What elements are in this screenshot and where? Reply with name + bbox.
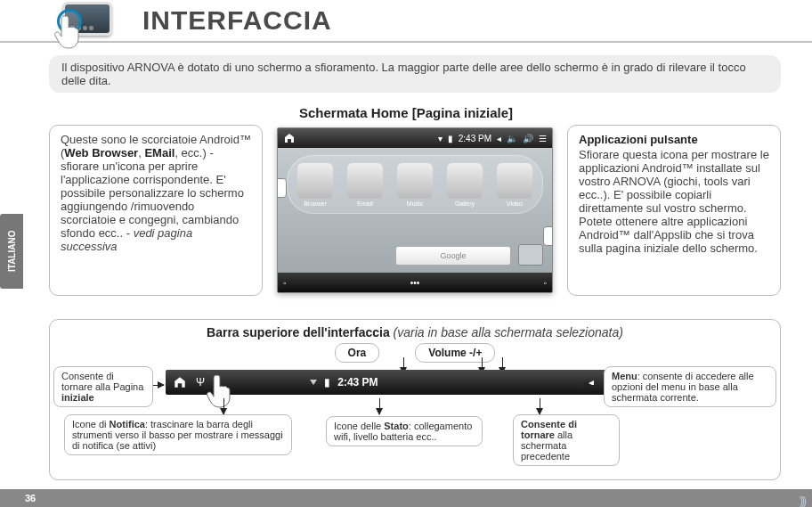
text-bold: Web Browser bbox=[64, 146, 138, 159]
app-shortcut: Browser bbox=[294, 163, 337, 207]
page-title: INTERFACCIA bbox=[142, 5, 332, 36]
app-shortcut: Video bbox=[493, 163, 536, 207]
wifi-icon bbox=[310, 380, 317, 385]
app-shortcut: Email bbox=[344, 163, 386, 207]
app-label: Music bbox=[394, 200, 436, 207]
battery-icon: ▮ bbox=[324, 376, 330, 388]
text-bold: Notifica bbox=[110, 419, 145, 429]
text: Consente di tornare alla Pagina bbox=[61, 371, 143, 392]
back-icon: ◂ bbox=[497, 134, 501, 143]
intro-text-box: Il dispositivo ARNOVA è dotato di uno sc… bbox=[49, 55, 781, 93]
home-icon bbox=[283, 132, 296, 144]
volume-pill: Volume -/+ bbox=[415, 343, 495, 363]
arrow-down-icon bbox=[223, 398, 224, 414]
header-bar: INTERFACCIA bbox=[0, 0, 812, 43]
text: Icone delle bbox=[334, 421, 384, 431]
home-screen-heading: Schermata Home [Pagina iniziale] bbox=[0, 105, 812, 120]
clock-text: 2:43 PM bbox=[337, 376, 378, 388]
app-label: Browser bbox=[294, 200, 337, 207]
text-bold: Barra superiore dell'interfaccia bbox=[207, 325, 390, 339]
home-icon bbox=[173, 375, 187, 389]
text-italic: (varia in base alla schermata selezionat… bbox=[390, 325, 623, 339]
text: Icone di bbox=[72, 419, 110, 429]
mid-row: Queste sono le scorciatoie Android™ (Web… bbox=[49, 125, 781, 296]
menu-icon: ☰ bbox=[539, 134, 547, 143]
pill-labels-row: Ora Volume -/+ bbox=[59, 343, 771, 363]
text-bold: Menu bbox=[612, 371, 637, 381]
apps-shortcut-row: Browser Email Music Gallery Video bbox=[287, 155, 543, 214]
wifi-icon: ▾ bbox=[438, 134, 443, 143]
note-home: Consente di tornare alla Pagina iniziale bbox=[53, 366, 153, 407]
app-label: Gallery bbox=[443, 200, 486, 207]
text-bold: Stato bbox=[384, 421, 409, 431]
speaker-icon: 🔊 bbox=[523, 134, 533, 143]
back-icon: ◂ bbox=[589, 376, 594, 388]
interface-top-bar: Ψ ▮ 2:43 PM ◂ 🔈 🔊 ☰ bbox=[166, 370, 664, 395]
app-shortcut: Music bbox=[394, 163, 436, 207]
screenshot-bottom-bar: ◦•••◦ bbox=[278, 273, 552, 292]
arrow-down-icon bbox=[379, 398, 380, 414]
usb-icon: Ψ bbox=[196, 376, 205, 388]
arrow-down-icon bbox=[540, 398, 540, 414]
speaker-icon: 🔈 bbox=[507, 134, 517, 143]
footer-bar: 36 ))) bbox=[0, 489, 812, 507]
device-screenshot-wrap: ▾ ▮ 2:43 PM ◂ 🔈 🔊 ☰ Browser Email Music … bbox=[268, 125, 562, 296]
app-shortcut: Gallery bbox=[443, 163, 486, 207]
text-bold: iniziale bbox=[61, 392, 94, 403]
language-tab: ITALIANO bbox=[0, 214, 23, 289]
app-label: Email bbox=[344, 200, 386, 207]
battery-icon: ▮ bbox=[448, 134, 453, 143]
note-notification: Icone di Notifica: trascinare la barra d… bbox=[64, 414, 292, 455]
box-title: Applicazioni pulsante bbox=[579, 133, 769, 146]
app-label: Video bbox=[493, 200, 536, 207]
screenshot-top-bar: ▾ ▮ 2:43 PM ◂ 🔈 🔊 ☰ bbox=[278, 128, 552, 148]
arrow-icon bbox=[582, 385, 602, 386]
shortcuts-description-box: Queste sono le scorciatoie Android™ (Web… bbox=[49, 125, 263, 296]
note-menu: Menu: consente di accedere alle opzioni … bbox=[604, 366, 776, 407]
lower-title: Barra superiore dell'interfaccia (varia … bbox=[59, 325, 771, 339]
callout-connector bbox=[277, 178, 287, 198]
search-label: Google bbox=[440, 251, 466, 260]
header-touch-device-icon bbox=[62, 2, 125, 45]
footer-decoration-icon: ))) bbox=[800, 495, 805, 507]
time-pill: Ora bbox=[335, 343, 380, 363]
text-bold: EMail bbox=[144, 146, 175, 159]
search-widget: Google bbox=[395, 246, 511, 266]
apps-drawer-widget bbox=[518, 244, 543, 266]
apps-button-description-box: Applicazioni pulsante Sfiorare questa ic… bbox=[567, 125, 781, 296]
page-number: 36 bbox=[25, 493, 36, 503]
hand-pointer-icon bbox=[207, 375, 233, 411]
callout-connector bbox=[543, 226, 553, 246]
box-body: Sfiorare questa icona per mostrare le ap… bbox=[579, 148, 769, 255]
top-bar-explanation-box: Barra superiore dell'interfaccia (varia … bbox=[49, 319, 781, 480]
note-back: Consente di tornare alla schermata prece… bbox=[513, 414, 620, 466]
clock-text: 2:43 PM bbox=[459, 134, 491, 143]
note-status: Icone delle Stato: collegamento wifi, li… bbox=[326, 416, 483, 446]
hand-pointer-icon bbox=[53, 14, 84, 50]
device-screenshot: ▾ ▮ 2:43 PM ◂ 🔈 🔊 ☰ Browser Email Music … bbox=[277, 127, 553, 293]
